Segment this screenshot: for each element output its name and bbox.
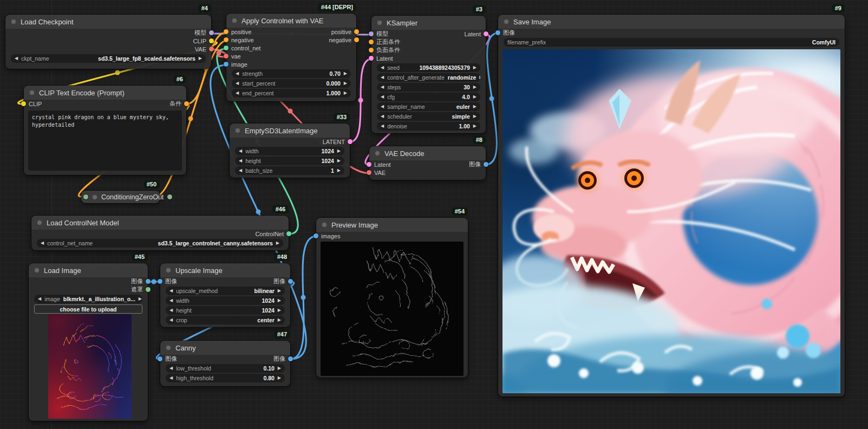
widget-sampler-name[interactable]: ◀ sampler_name euler ▶ — [377, 102, 480, 111]
widget-control-after-generate[interactable]: ◀ control_after_generate randomize ▶ — [377, 73, 480, 82]
stepper-right-icon[interactable]: ▶ — [479, 75, 480, 80]
input-port-control-net[interactable]: control_net — [224, 45, 260, 51]
output-port-negative[interactable]: negative — [329, 37, 359, 43]
widget-low-threshold[interactable]: ◀ low_threshold 0.10 ▶ — [166, 364, 285, 373]
collapse-dot-icon[interactable] — [377, 20, 382, 25]
port-dot[interactable] — [369, 48, 374, 53]
node-title-bar[interactable]: Load Image — [29, 263, 148, 277]
port-dot[interactable] — [314, 233, 318, 238]
output-port-mask[interactable]: 遮罩 — [131, 285, 151, 294]
node-load-checkpoint[interactable]: #4 Load Checkpoint 模型 CLIP VAE ◀ ckpt_na… — [5, 15, 211, 69]
output-port-latent[interactable]: Latent — [464, 31, 488, 37]
node-graph-canvas[interactable]: #4 Load Checkpoint 模型 CLIP VAE ◀ ckpt_na… — [0, 0, 868, 429]
link-midpoint-dot[interactable] — [256, 210, 261, 214]
widget-upscale-method[interactable]: ◀ upscale_method bilinear ▶ — [166, 287, 285, 295]
stepper-left-icon[interactable]: ◀ — [169, 289, 173, 293]
port-dot[interactable] — [367, 162, 371, 167]
input-port-positive[interactable]: 正面条件 — [369, 38, 400, 46]
input-port-vae[interactable]: VAE — [367, 170, 386, 176]
collapse-dot-icon[interactable] — [375, 151, 380, 156]
stepper-left-icon[interactable]: ◀ — [239, 149, 242, 153]
widget-end-percent[interactable]: ◀ end_percent 1.000 ▶ — [232, 89, 351, 98]
stepper-right-icon[interactable]: ▶ — [337, 159, 341, 163]
port-dot[interactable] — [158, 279, 162, 284]
collapse-dot-icon[interactable] — [504, 19, 509, 24]
node-apply-controlnet[interactable]: #44 [DEPR] Apply Controlnet with VAE pos… — [226, 14, 356, 101]
stepper-left-icon[interactable]: ◀ — [239, 168, 242, 173]
link-midpoint-dot[interactable] — [115, 70, 120, 75]
node-preview-image[interactable]: #54 Preview Image images — [316, 218, 468, 378]
port-dot[interactable] — [367, 170, 371, 175]
node-clip-text-encode[interactable]: #6 CLIP Text Encode (Prompt) CLIP 条件 cry… — [24, 86, 186, 175]
port-dot[interactable] — [288, 356, 293, 361]
port-dot[interactable] — [224, 62, 229, 67]
node-title-bar[interactable]: Load ControlNet Model — [31, 216, 289, 230]
output-port-model[interactable]: 模型 — [194, 29, 214, 37]
stepper-right-icon[interactable]: ▶ — [473, 85, 477, 89]
link-midpoint-dot[interactable] — [152, 280, 156, 284]
stepper-left-icon[interactable]: ◀ — [38, 297, 41, 301]
widget-scheduler[interactable]: ◀ scheduler simple ▶ — [377, 112, 480, 121]
widget-batch-size[interactable]: ◀ batch_size 1 ▶ — [235, 166, 344, 175]
stepper-right-icon[interactable]: ▶ — [473, 114, 477, 119]
stepper-right-icon[interactable]: ▶ — [276, 241, 279, 245]
input-port-model[interactable]: 模型 — [369, 30, 388, 38]
node-title-bar[interactable]: Upscale Image — [160, 263, 290, 277]
input-port-negative[interactable]: negative — [224, 37, 254, 43]
collapse-dot-icon[interactable] — [166, 345, 171, 350]
node-title-bar[interactable]: EmptySD3LatentImage — [230, 123, 350, 138]
collapse-dot-icon[interactable] — [37, 220, 42, 225]
node-upscale-image[interactable]: #48 Upscale Image 图像 图像 ◀ upscale_method… — [160, 263, 290, 327]
widget-steps[interactable]: ◀ steps 30 ▶ — [377, 83, 480, 92]
widget-strength[interactable]: ◀ strength 0.70 ▶ — [232, 69, 351, 78]
node-load-controlnet[interactable]: #46 Load ControlNet Model ControlNet ◀ c… — [31, 216, 289, 250]
node-title-bar[interactable]: Apply Controlnet with VAE — [226, 14, 356, 28]
collapse-dot-icon[interactable] — [166, 268, 171, 273]
port-dot[interactable] — [354, 29, 359, 34]
input-port-image[interactable]: 图像 — [495, 29, 515, 37]
stepper-left-icon[interactable]: ◀ — [381, 95, 384, 99]
stepper-left-icon[interactable]: ◀ — [236, 72, 239, 76]
stepper-left-icon[interactable]: ◀ — [381, 105, 384, 109]
link-midpoint-dot[interactable] — [217, 51, 221, 56]
prompt-textarea[interactable]: crystal pink dragon on a blue mystery sk… — [28, 110, 182, 171]
collapse-dot-icon[interactable] — [11, 19, 16, 24]
widget-width[interactable]: ◀ width 1024 ▶ — [166, 296, 285, 305]
widget-seed[interactable]: ◀ seed 1094388924305379 ▶ — [377, 63, 480, 72]
stepper-left-icon[interactable]: ◀ — [169, 366, 173, 370]
stepper-left-icon[interactable]: ◀ — [169, 376, 173, 380]
node-vae-decode[interactable]: #8 VAE Decode Latent 图像 VAE — [369, 146, 486, 180]
stepper-left-icon[interactable]: ◀ — [15, 56, 18, 61]
port-dot[interactable] — [484, 31, 488, 36]
port-dot[interactable] — [21, 101, 26, 106]
stepper-right-icon[interactable]: ▶ — [473, 95, 477, 99]
port-dot[interactable] — [158, 356, 162, 361]
node-ksampler[interactable]: #3 KSampler 模型 Latent 正面条件 负面条件 Latent ◀… — [371, 16, 486, 133]
stepper-right-icon[interactable]: ▶ — [199, 56, 202, 61]
stepper-right-icon[interactable]: ▶ — [278, 376, 281, 380]
widget-crop[interactable]: ◀ crop center ▶ — [166, 316, 285, 324]
stepper-right-icon[interactable]: ▶ — [278, 298, 281, 303]
output-port-latent[interactable]: LATENT — [323, 139, 353, 145]
stepper-right-icon[interactable]: ▶ — [473, 66, 477, 70]
stepper-left-icon[interactable]: ◀ — [381, 124, 384, 128]
link-midpoint-dot[interactable] — [490, 96, 494, 101]
widget-start-percent[interactable]: ◀ start_percent 0.000 ▶ — [232, 79, 351, 88]
port-dot[interactable] — [83, 194, 88, 199]
stepper-left-icon[interactable]: ◀ — [169, 308, 173, 313]
widget-control-net-name[interactable]: ◀ control_net_name sd3.5_large_controlne… — [37, 239, 283, 248]
stepper-left-icon[interactable]: ◀ — [169, 298, 173, 303]
port-dot[interactable] — [184, 101, 189, 106]
widget-width[interactable]: ◀ width 1024 ▶ — [235, 147, 344, 155]
node-conditioning-zero-out[interactable]: #50 ConditioningZeroOut — [81, 191, 160, 203]
stepper-right-icon[interactable]: ▶ — [278, 289, 281, 293]
stepper-left-icon[interactable]: ◀ — [381, 75, 384, 80]
node-load-image[interactable]: #45 Load Image 图像 遮罩 ◀ image blkmrkt._a_… — [29, 263, 148, 421]
output-port-positive[interactable]: positive — [331, 29, 359, 35]
widget-height[interactable]: ◀ height 1024 ▶ — [235, 157, 344, 165]
port-dot[interactable] — [224, 54, 229, 58]
node-empty-sd3-latent-image[interactable]: #33 EmptySD3LatentImage LATENT ◀ width 1… — [230, 123, 350, 178]
port-dot[interactable] — [348, 139, 353, 144]
stepper-right-icon[interactable]: ▶ — [278, 366, 281, 370]
collapse-dot-icon[interactable] — [29, 90, 35, 95]
